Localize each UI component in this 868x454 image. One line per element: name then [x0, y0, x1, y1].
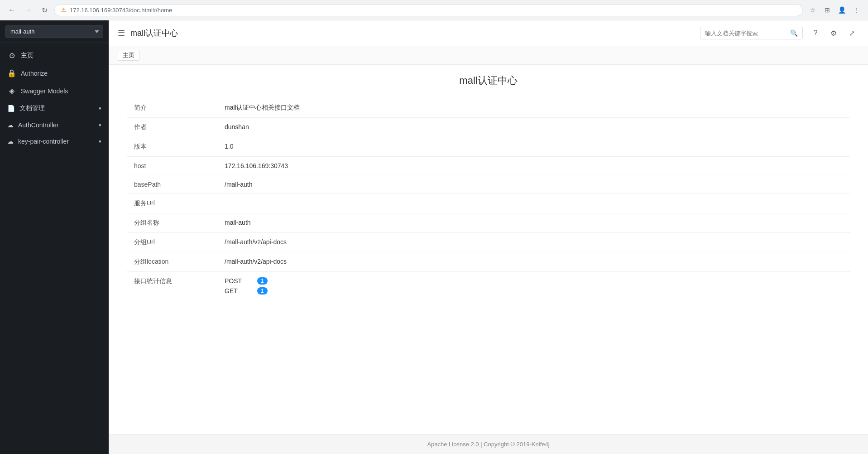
chevron-down-icon: ▾ [99, 106, 101, 111]
breadcrumb-bar: 主页 [109, 46, 868, 65]
sidebar-item-auth-controller-label: AuthController [18, 121, 59, 129]
table-row: 版本1.0 [127, 137, 850, 157]
lock-icon: 🔒 [7, 69, 16, 77]
sidebar-item-home[interactable]: ⊙ 主页 [0, 47, 109, 64]
back-button[interactable]: ← [5, 4, 18, 16]
address-text: 172.16.106.169:30743/doc.html#/home [70, 7, 172, 14]
sidebar-item-doc-manage-label: 文档管理 [19, 104, 45, 112]
browser-actions: ☆ ⊞ 👤 ⋮ [806, 4, 863, 16]
hamburger-icon[interactable]: ☰ [118, 28, 125, 38]
field-key: 分组location [127, 252, 217, 272]
search-input[interactable] [705, 30, 786, 37]
doc-icon: 📄 [7, 105, 15, 112]
forward-button[interactable]: → [22, 4, 34, 16]
sidebar: mall-auth ⊙ 主页 🔒 Authorize ◈ Swagger Mod… [0, 20, 109, 454]
table-row: 作者dunshan [127, 118, 850, 137]
more-button[interactable]: ⋮ [850, 4, 863, 16]
sidebar-item-swagger-models-label: Swagger Models [21, 87, 68, 95]
question-icon[interactable]: ? [808, 26, 823, 40]
main-content: mall认证中心 简介mall认证中心相关接口文档作者dunshan版本1.0h… [109, 65, 868, 312]
cloud-icon-key: ☁ [7, 138, 14, 145]
table-row: 简介mall认证中心相关接口文档 [127, 98, 850, 118]
field-key: 简介 [127, 98, 217, 118]
field-key: 分组名称 [127, 213, 217, 233]
reload-button[interactable]: ↻ [38, 4, 51, 16]
footer: Apache License 2.0 | Copyright © 2019-Kn… [109, 434, 868, 454]
sidebar-item-swagger-models[interactable]: ◈ Swagger Models [0, 82, 109, 100]
field-key: 作者 [127, 118, 217, 137]
breadcrumb[interactable]: 主页 [118, 50, 139, 61]
page-title-section: mall认证中心 [127, 74, 850, 87]
stat-count-badge: 1 [257, 287, 268, 295]
header-icons: ? ⚙ ⤢ [808, 26, 859, 40]
field-key: 版本 [127, 137, 217, 157]
sidebar-item-authorize[interactable]: 🔒 Authorize [0, 64, 109, 82]
settings-icon[interactable]: ⚙ [826, 26, 841, 40]
stat-method-label: POST [225, 277, 252, 285]
browser-chrome: ← → ↻ ⚠ 172.16.106.169:30743/doc.html#/h… [0, 0, 868, 20]
field-key: 服务Url [127, 194, 217, 213]
table-row: basePath/mall-auth [127, 175, 850, 194]
field-key: host [127, 157, 217, 175]
sidebar-item-home-label: 主页 [21, 52, 34, 60]
sidebar-item-key-pair-label: key-pair-controller [18, 138, 69, 145]
warning-icon: ⚠ [61, 7, 66, 13]
chevron-down-icon-3: ▾ [99, 139, 101, 145]
table-row-stats: 接口统计信息POST1GET1 [127, 272, 850, 303]
stat-method-row: GET1 [225, 287, 843, 295]
cloud-icon-auth: ☁ [7, 121, 14, 129]
field-value: /mall-auth/v2/api-docs [217, 252, 850, 272]
stats-key: 接口统计信息 [127, 272, 217, 303]
search-bar: 🔍 [700, 27, 803, 39]
field-value: 172.16.106.169:30743 [217, 157, 850, 175]
sidebar-item-doc-manage[interactable]: 📄 文档管理 ▾ [0, 100, 109, 117]
stat-count-badge: 1 [257, 277, 268, 285]
field-value: mall-auth [217, 213, 850, 233]
extensions-button[interactable]: ⊞ [821, 4, 834, 16]
table-row: host172.16.106.169:30743 [127, 157, 850, 175]
content-area: 主页 mall认证中心 简介mall认证中心相关接口文档作者dunshan版本1… [109, 46, 868, 454]
header-title: mall认证中心 [130, 28, 178, 39]
sidebar-item-authorize-label: Authorize [21, 70, 48, 77]
field-value: /mall-auth [217, 175, 850, 194]
field-key: basePath [127, 175, 217, 194]
top-header: ☰ mall认证中心 🔍 ? ⚙ ⤢ [109, 20, 868, 46]
sidebar-select-wrap: mall-auth [0, 20, 109, 43]
field-key: 分组Url [127, 233, 217, 252]
table-row: 分组location/mall-auth/v2/api-docs [127, 252, 850, 272]
page-title: mall认证中心 [127, 74, 850, 87]
table-row: 分组Url/mall-auth/v2/api-docs [127, 233, 850, 252]
field-value [217, 194, 850, 213]
home-icon: ⊙ [7, 51, 16, 60]
expand-icon[interactable]: ⤢ [844, 26, 859, 40]
bookmark-star-button[interactable]: ☆ [806, 4, 819, 16]
field-value: mall认证中心相关接口文档 [217, 98, 850, 118]
field-value: dunshan [217, 118, 850, 137]
info-table: 简介mall认证中心相关接口文档作者dunshan版本1.0host172.16… [127, 98, 850, 303]
stat-method-label: GET [225, 287, 252, 295]
field-value: 1.0 [217, 137, 850, 157]
profile-button[interactable]: 👤 [835, 4, 848, 16]
table-row: 服务Url [127, 194, 850, 213]
content-main: 主页 mall认证中心 简介mall认证中心相关接口文档作者dunshan版本1… [109, 46, 868, 434]
sidebar-item-key-pair[interactable]: ☁ key-pair-controller ▾ [0, 133, 109, 150]
stats-value: POST1GET1 [217, 272, 850, 303]
app-container: mall-auth ⊙ 主页 🔒 Authorize ◈ Swagger Mod… [0, 20, 868, 454]
address-bar: ⚠ 172.16.106.169:30743/doc.html#/home [54, 4, 803, 16]
sidebar-item-auth-controller[interactable]: ☁ AuthController ▾ [0, 117, 109, 133]
footer-text: Apache License 2.0 | Copyright © 2019-Kn… [427, 441, 549, 448]
model-icon: ◈ [7, 87, 16, 95]
field-value: /mall-auth/v2/api-docs [217, 233, 850, 252]
project-select[interactable]: mall-auth [5, 25, 103, 38]
sidebar-nav: ⊙ 主页 🔒 Authorize ◈ Swagger Models 📄 文档管理… [0, 43, 109, 454]
search-icon[interactable]: 🔍 [790, 29, 798, 37]
main-area: ☰ mall认证中心 🔍 ? ⚙ ⤢ 主页 [109, 20, 868, 454]
chevron-down-icon-2: ▾ [99, 122, 101, 128]
table-row: 分组名称mall-auth [127, 213, 850, 233]
stat-method-row: POST1 [225, 277, 843, 285]
